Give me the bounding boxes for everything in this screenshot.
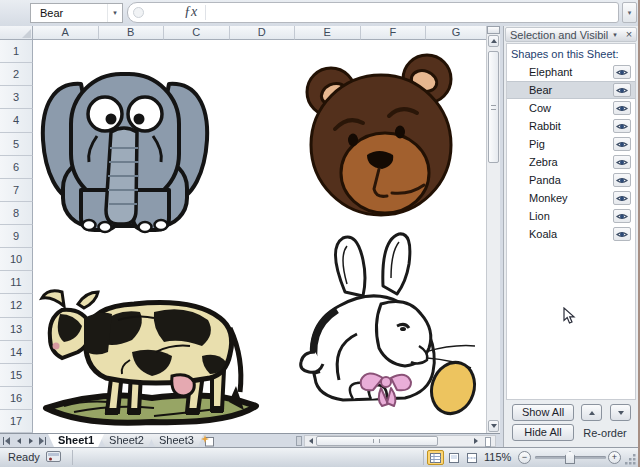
horizontal-scrollbar[interactable]	[304, 435, 496, 447]
horizontal-scroll-thumb[interactable]	[316, 436, 438, 446]
visibility-toggle-button[interactable]	[613, 83, 631, 97]
cow-image[interactable]	[34, 266, 266, 431]
reorder-up-button[interactable]	[581, 404, 602, 421]
row-header-14[interactable]: 14	[0, 341, 33, 364]
sheet-tab-sheet1[interactable]: Sheet1	[48, 434, 104, 447]
scroll-left-button[interactable]	[306, 436, 316, 446]
row-header-6[interactable]: 6	[0, 156, 33, 179]
reorder-down-button[interactable]	[610, 404, 631, 421]
macro-record-icon	[46, 451, 61, 462]
scroll-right-button[interactable]	[471, 436, 481, 446]
previous-sheet-button[interactable]	[14, 436, 23, 445]
zoom-in-button[interactable]: +	[608, 451, 621, 464]
tab-split-handle[interactable]	[296, 436, 302, 446]
next-sheet-button[interactable]	[26, 436, 35, 445]
column-header-f[interactable]: F	[361, 26, 427, 40]
insert-function-icon[interactable]: ƒx	[184, 4, 197, 20]
shape-item-lion[interactable]: Lion	[507, 207, 635, 225]
pane-close-icon[interactable]: ×	[622, 29, 636, 40]
formula-bar-expand-button[interactable]: ▾	[622, 2, 637, 23]
shape-item-koala[interactable]: Koala	[507, 225, 635, 243]
zoom-level-label[interactable]: 115%	[484, 448, 511, 466]
visibility-toggle-button[interactable]	[613, 119, 631, 133]
row-header-7[interactable]: 7	[0, 179, 33, 202]
visibility-toggle-button[interactable]	[613, 155, 631, 169]
shape-item-monkey[interactable]: Monkey	[507, 189, 635, 207]
visibility-toggle-button[interactable]	[613, 227, 631, 241]
vertical-scrollbar[interactable]	[486, 26, 500, 433]
row-header-9[interactable]: 9	[0, 225, 33, 248]
visibility-toggle-button[interactable]	[613, 191, 631, 205]
visibility-toggle-button[interactable]	[613, 137, 631, 151]
up-arrow-icon	[589, 408, 595, 415]
row-header-11[interactable]: 11	[0, 271, 33, 294]
elephant-image[interactable]	[35, 52, 215, 235]
visibility-toggle-button[interactable]	[613, 65, 631, 79]
shape-item-rabbit[interactable]: Rabbit	[507, 117, 635, 135]
pane-menu-icon[interactable]: ▾	[608, 31, 622, 39]
shape-item-pig[interactable]: Pig	[507, 135, 635, 153]
normal-view-button[interactable]	[427, 450, 444, 465]
macro-record-button[interactable]	[46, 451, 61, 464]
scroll-down-button[interactable]	[488, 420, 499, 432]
show-all-button[interactable]: Show All	[512, 404, 574, 421]
row-header-2[interactable]: 2	[0, 63, 33, 86]
name-box-dropdown-icon[interactable]: ▾	[107, 4, 122, 22]
insert-worksheet-button[interactable]	[198, 435, 218, 447]
name-box[interactable]: Bear ▾	[30, 3, 123, 23]
page-break-preview-button[interactable]	[463, 450, 480, 465]
shape-item-elephant[interactable]: Elephant	[507, 63, 635, 81]
column-header-b[interactable]: B	[99, 26, 165, 40]
first-sheet-button[interactable]	[2, 436, 11, 445]
row-header-3[interactable]: 3	[0, 86, 33, 109]
column-header-g[interactable]: G	[426, 26, 486, 40]
row-header-10[interactable]: 10	[0, 248, 33, 271]
zoom-out-button[interactable]: −	[518, 451, 531, 464]
reorder-label: Re-order	[576, 427, 634, 439]
row-header-15[interactable]: 15	[0, 364, 33, 387]
row-header-4[interactable]: 4	[0, 109, 33, 132]
row-header-12[interactable]: 12	[0, 294, 33, 317]
scroll-up-button[interactable]	[488, 35, 499, 47]
sheet-canvas[interactable]	[33, 40, 486, 433]
formula-input[interactable]	[208, 3, 616, 22]
row-header-13[interactable]: 13	[0, 318, 33, 341]
pane-title-bar[interactable]: Selection and Visibility ▾ ×	[505, 27, 637, 42]
shape-name: Panda	[529, 174, 613, 186]
rabbit-image[interactable]	[287, 230, 479, 432]
formula-bar-row: Bear ▾ ƒx ▾	[0, 0, 638, 26]
visibility-toggle-button[interactable]	[613, 101, 631, 115]
eye-icon	[616, 140, 628, 149]
row-header-1[interactable]: 1	[0, 40, 33, 63]
column-header-e[interactable]: E	[295, 26, 361, 40]
eye-icon	[616, 122, 628, 131]
sheet-tab-sheet2[interactable]: Sheet2	[99, 434, 154, 447]
page-layout-view-button[interactable]	[445, 450, 462, 465]
vertical-scroll-thumb[interactable]	[488, 51, 499, 163]
visibility-toggle-button[interactable]	[613, 173, 631, 187]
column-header-a[interactable]: A	[33, 26, 99, 40]
window-resize-grip[interactable]	[625, 454, 636, 465]
shape-item-zebra[interactable]: Zebra	[507, 153, 635, 171]
shape-item-cow[interactable]: Cow	[507, 99, 635, 117]
shape-item-panda[interactable]: Panda	[507, 171, 635, 189]
insert-worksheet-icon	[201, 435, 215, 447]
bear-image[interactable]	[297, 52, 463, 218]
scrollbar-resize-handle[interactable]	[485, 437, 491, 447]
visibility-toggle-button[interactable]	[613, 209, 631, 223]
sheet-tab-sheet3[interactable]: Sheet3	[149, 434, 204, 447]
last-sheet-button[interactable]	[38, 436, 47, 445]
row-header-8[interactable]: 8	[0, 202, 33, 225]
shape-name: Cow	[529, 102, 613, 114]
vertical-split-handle[interactable]	[487, 26, 500, 34]
row-header-5[interactable]: 5	[0, 133, 33, 156]
column-header-d[interactable]: D	[230, 26, 296, 40]
row-header-16[interactable]: 16	[0, 387, 33, 410]
column-header-c[interactable]: C	[164, 26, 230, 40]
zoom-slider-thumb[interactable]	[565, 451, 575, 464]
shape-item-bear[interactable]: Bear	[507, 81, 635, 99]
row-header-17[interactable]: 17	[0, 410, 33, 433]
hide-all-button[interactable]: Hide All	[512, 424, 574, 441]
column-headers: ABCDEFG	[33, 26, 486, 40]
select-all-corner[interactable]	[0, 26, 33, 40]
